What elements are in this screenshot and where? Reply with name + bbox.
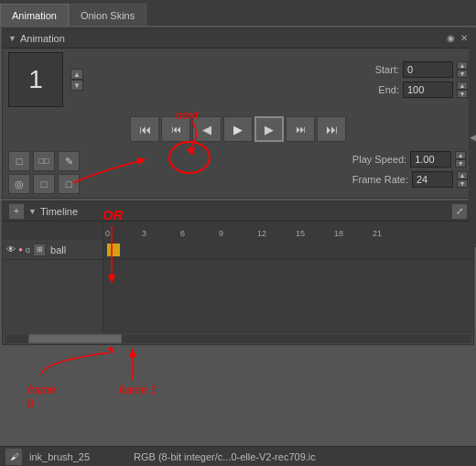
icon-row-1: □ □□ ✎ xyxy=(8,151,80,171)
end-spin-up[interactable]: ▲ xyxy=(457,81,468,90)
timeline-empty-area xyxy=(3,260,473,333)
anim-content: 1 ▲ ▼ Start: ▲ ▼ End: ▲ ▼ xyxy=(3,49,473,111)
timeline-ruler: 0 3 6 9 12 15 18 21 xyxy=(103,222,473,240)
tab-animation[interactable]: Animation xyxy=(0,4,69,26)
timeline-panel: + ▼ Timeline ⤢ 0 3 6 9 12 15 18 21 👁 ● α xyxy=(2,200,474,345)
ruler-3: 3 xyxy=(142,229,146,238)
timeline-panel-header: + ▼ Timeline ⤢ xyxy=(3,201,473,222)
animation-panel-title: Animation xyxy=(20,33,65,44)
playback-controls: ⏮ ⏮ ◀ ▶ ▶ ⏭ ⏭ xyxy=(3,111,473,147)
prev-frame-button[interactable]: ◀ xyxy=(192,116,222,142)
timeline-track-ball: 👁 ● α ⊞ ball xyxy=(3,240,473,260)
start-spin-up[interactable]: ▲ xyxy=(457,61,468,70)
ruler-6: 6 xyxy=(180,229,185,238)
right-arrow-icon: ◀ xyxy=(470,133,476,142)
start-input[interactable] xyxy=(403,61,453,78)
fps-spin-down[interactable]: ▼ xyxy=(457,179,468,188)
status-brush-name: ink_brush_25 xyxy=(29,451,90,462)
icon-btn-6[interactable]: □ xyxy=(58,174,80,194)
speed-spin-down[interactable]: ▼ xyxy=(455,159,466,168)
svg-text:frame 1: frame 1 xyxy=(119,384,157,396)
start-label: Start: xyxy=(367,64,399,75)
jump-end-button[interactable]: ⏭ xyxy=(317,116,346,142)
animation-panel-header: ▼ Animation ◉ ✕ xyxy=(3,28,473,49)
frame-spinners: ▲ ▼ xyxy=(70,69,83,91)
svg-text:frame: frame xyxy=(27,384,56,396)
track-content-ball[interactable] xyxy=(103,240,473,259)
frame-rate-input[interactable] xyxy=(412,171,453,188)
timeline-panel-title: Timeline xyxy=(40,206,78,217)
timeline-icon-expand[interactable]: ⤢ xyxy=(451,203,468,220)
ruler-15: 15 xyxy=(296,229,305,238)
start-end-fields: Start: ▲ ▼ End: ▲ ▼ xyxy=(367,61,468,98)
panel-close-icon[interactable]: ✕ xyxy=(460,33,468,43)
scrollbar-thumb[interactable] xyxy=(28,334,122,343)
ruler-0: 0 xyxy=(105,229,110,238)
icon-row-2: ◎ □ □ xyxy=(8,174,80,194)
icon-btn-4[interactable]: ◎ xyxy=(8,174,30,194)
next-play-button[interactable]: ▶ xyxy=(254,116,284,142)
svg-marker-7 xyxy=(108,346,114,354)
svg-text:0: 0 xyxy=(27,397,34,410)
icon-btn-5[interactable]: □ xyxy=(33,174,55,194)
end-label: End: xyxy=(367,84,399,95)
speed-spin-up[interactable]: ▲ xyxy=(455,151,466,159)
frame-spin-down[interactable]: ▼ xyxy=(70,80,83,91)
icon-btn-1[interactable]: □ xyxy=(8,151,30,171)
timeline-add-btn[interactable]: + xyxy=(8,203,25,220)
play-speed-label: Play Speed: xyxy=(352,154,406,165)
jump-start-button[interactable]: ⏮ xyxy=(130,116,159,142)
track-alpha-icon[interactable]: α xyxy=(26,245,30,255)
ruler-12: 12 xyxy=(257,229,266,238)
status-bar: 🖌 ink_brush_25 RGB (8-bit integer/c...0-… xyxy=(0,446,476,466)
tab-onion-skins[interactable]: Onion Skins xyxy=(69,4,146,26)
start-spin-down[interactable]: ▼ xyxy=(457,70,468,78)
panel-pin-icon[interactable]: ◉ xyxy=(447,33,455,43)
track-name-ball: ball xyxy=(50,244,66,255)
status-color-info: RGB (8-bit integer/c...0-elle-V2-rec709.… xyxy=(134,451,316,462)
track-eye-icon[interactable]: 👁 xyxy=(6,244,16,255)
icon-btn-3[interactable]: ✎ xyxy=(58,151,80,171)
status-brush-icon: 🖌 xyxy=(5,449,22,465)
svg-marker-9 xyxy=(129,348,136,357)
track-dot-icon[interactable]: ● xyxy=(18,245,23,254)
keyframe-marker[interactable] xyxy=(107,244,120,256)
tab-bar: Animation Onion Skins xyxy=(0,0,476,26)
fps-spin-up[interactable]: ▲ xyxy=(457,171,468,179)
end-input[interactable] xyxy=(403,81,453,98)
frame-rate-label: Frame Rate: xyxy=(352,174,408,185)
timeline-collapse-arrow[interactable]: ▼ xyxy=(28,207,37,216)
end-spin-down[interactable]: ▼ xyxy=(457,90,468,98)
play-speed-input[interactable] xyxy=(410,151,451,168)
ruler-18: 18 xyxy=(334,229,343,238)
prev-keyframe-button[interactable]: ⏮ xyxy=(161,116,190,142)
frame-spin-up[interactable]: ▲ xyxy=(70,69,83,80)
play-button[interactable]: ▶ xyxy=(223,116,253,142)
ruler-21: 21 xyxy=(373,229,382,238)
track-header-ruler xyxy=(3,222,103,240)
frame-number-display[interactable]: 1 xyxy=(8,52,63,107)
right-panel-handle[interactable]: ◀ xyxy=(469,27,476,247)
ruler-9: 9 xyxy=(219,229,223,238)
track-grid-icon[interactable]: ⊞ xyxy=(33,244,46,256)
collapse-arrow[interactable]: ▼ xyxy=(8,34,16,43)
icon-btn-2[interactable]: □□ xyxy=(33,151,55,171)
timeline-scrollbar[interactable] xyxy=(5,334,471,343)
track-label-ball: 👁 ● α ⊞ ball xyxy=(3,240,103,259)
next-frame-button[interactable]: ⏭ xyxy=(286,116,315,142)
animation-panel: ▼ Animation ◉ ✕ 1 ▲ ▼ Start: ▲ ▼ xyxy=(2,27,474,199)
